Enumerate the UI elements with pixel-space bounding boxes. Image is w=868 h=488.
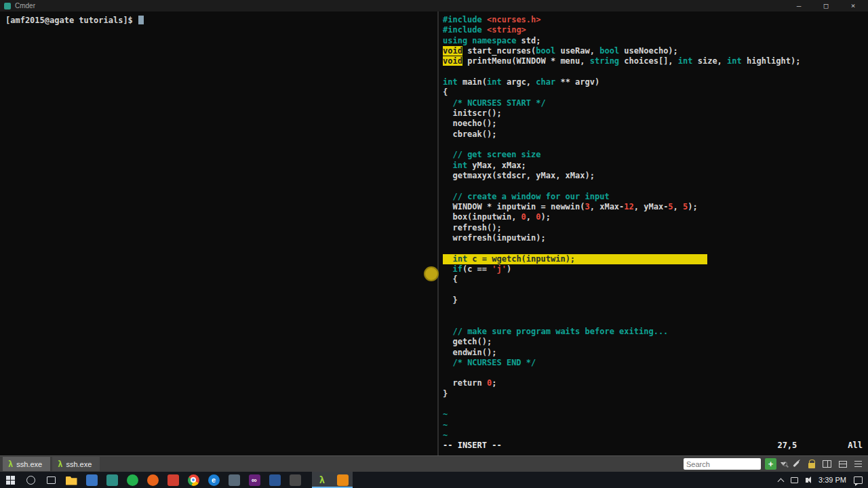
code-line [443, 181, 868, 191]
code-line: int yMax, xMax; [443, 161, 868, 171]
task-view-icon [47, 476, 56, 484]
cmder-app-icon [4, 3, 11, 9]
lock-console-button[interactable] [806, 458, 817, 470]
code-line: wrefresh(inputwin); [443, 233, 868, 243]
code-line: box(inputwin, 0, 0); [443, 212, 868, 222]
code-line: #include <ncurses.h> [443, 15, 868, 25]
code-line: ~ [443, 430, 868, 441]
new-console-button[interactable]: + [765, 458, 776, 470]
shell-prompt: [amf2015@agate tutorials]$ [5, 16, 133, 25]
taskbar-app-app-green-circle[interactable] [122, 472, 142, 488]
code-line: using namespace std; [443, 36, 868, 46]
console-tab[interactable]: λssh.exe [52, 457, 100, 471]
code-line: #include <string> [443, 25, 868, 35]
code-area[interactable]: #include <ncurses.h>#include <string>usi… [443, 15, 868, 441]
tab-list: λssh.exeλssh.exe [3, 457, 100, 471]
code-line: noecho(); [443, 119, 868, 129]
cursor-position: 27,5 [777, 441, 797, 451]
windows-logo-icon [6, 476, 15, 485]
code-line: int c = wgetch(inputwin); [443, 254, 707, 264]
terminal-cursor [138, 16, 144, 24]
tab-label: ssh.exe [16, 460, 42, 468]
maximize-button[interactable]: □ [822, 1, 830, 12]
taskbar-app-app-dark[interactable] [285, 472, 305, 488]
app-slate-icon [229, 474, 240, 486]
taskbar-app-edge[interactable]: e [203, 472, 224, 488]
action-center-icon[interactable] [854, 476, 863, 484]
lock-icon [808, 463, 815, 468]
tray-chevron-up-icon[interactable] [778, 478, 785, 485]
search-box[interactable] [684, 458, 761, 470]
code-line: void printMenu(WINDOW * menu, string cho… [443, 56, 868, 66]
app-red-icon [167, 474, 179, 486]
visual-studio-icon: ∞ [249, 474, 260, 486]
taskbar-app-cmder[interactable]: λ [312, 472, 332, 488]
taskbar-app-chrome[interactable] [183, 472, 203, 488]
tab-label: ssh.exe [66, 460, 92, 468]
file-explorer-icon [66, 476, 77, 485]
main-area: [amf2015@agate tutorials]$ #include <ncu… [0, 12, 868, 455]
taskbar-app-app-blue[interactable] [81, 472, 102, 488]
start-button[interactable] [0, 472, 20, 488]
code-line: cbreak(); [443, 129, 868, 140]
layout-button[interactable] [837, 458, 848, 470]
code-line: /* NCURSES START */ [443, 98, 868, 108]
code-line: /* NCURSES END */ [443, 358, 868, 368]
pinned-apps: e∞λ [61, 472, 353, 488]
code-line: { [443, 87, 868, 98]
code-line: { [443, 274, 868, 285]
close-button[interactable]: × [849, 1, 857, 12]
windows-taskbar: e∞λ 3:39 PM [0, 472, 868, 488]
taskbar-app-firefox[interactable] [142, 472, 163, 488]
rename-tab-button[interactable] [790, 458, 802, 470]
code-line: } [443, 389, 868, 399]
code-line: if(c == 'j') [443, 264, 868, 274]
terminal-pane[interactable]: [amf2015@agate tutorials]$ [0, 12, 437, 455]
title-bar: Cmder –□× [0, 0, 868, 12]
task-view-button[interactable] [41, 472, 61, 488]
code-line: } [443, 296, 868, 306]
menu-button[interactable] [852, 458, 864, 470]
layout-icon [839, 461, 847, 468]
taskbar-app-sublime-text[interactable] [332, 472, 353, 488]
app-dark-icon [290, 474, 301, 486]
taskbar-clock[interactable]: 3:39 PM [818, 476, 846, 484]
code-line: ~ [443, 409, 868, 420]
hamburger-icon [854, 464, 862, 465]
code-line: // create a window for our input [443, 192, 868, 202]
taskbar-app-file-explorer[interactable] [61, 472, 81, 488]
sublime-text-icon [337, 474, 349, 486]
code-line: refresh(); [443, 223, 868, 233]
app-teal-icon [106, 474, 118, 486]
window-controls: –□× [795, 1, 864, 12]
code-line [443, 285, 868, 296]
system-tray: 3:39 PM [778, 472, 868, 488]
minimize-button[interactable]: – [795, 1, 803, 12]
taskbar-app-app-teal[interactable] [102, 472, 122, 488]
console-tab-bar: λssh.exeλssh.exe + [0, 455, 868, 472]
taskbar-app-app-red[interactable] [163, 472, 183, 488]
vim-mode-indicator: -- INSERT -- [443, 441, 502, 451]
editor-pane[interactable]: #include <ncurses.h>#include <string>usi… [437, 12, 868, 455]
code-line [443, 67, 868, 77]
code-line: getch(); [443, 337, 868, 347]
pencil-icon [793, 461, 799, 467]
console-tab[interactable]: λssh.exe [3, 457, 50, 471]
code-line: getmaxyx(stdscr, yMax, xMax); [443, 171, 868, 181]
cortana-search-button[interactable] [20, 472, 41, 488]
search-icon [783, 462, 787, 466]
tray-icon-volume[interactable] [806, 478, 808, 483]
tray-icon-display[interactable] [791, 477, 798, 483]
chrome-icon [188, 474, 199, 486]
code-line: // make sure program waits before exitin… [443, 327, 868, 337]
split-view-button[interactable] [821, 458, 833, 470]
taskbar-app-app-blue-2[interactable] [264, 472, 285, 488]
code-line: WINDOW * inputwin = newwin(3, xMax-12, y… [443, 202, 868, 212]
code-line: return 0; [443, 378, 868, 388]
app-green-circle-icon [127, 474, 138, 486]
mouse-click-indicator [424, 266, 439, 281]
taskbar-app-app-slate[interactable] [224, 472, 244, 488]
app-blue-icon [86, 474, 98, 486]
taskbar-app-visual-studio[interactable]: ∞ [244, 472, 264, 488]
tab-bar-controls: + [684, 458, 865, 470]
